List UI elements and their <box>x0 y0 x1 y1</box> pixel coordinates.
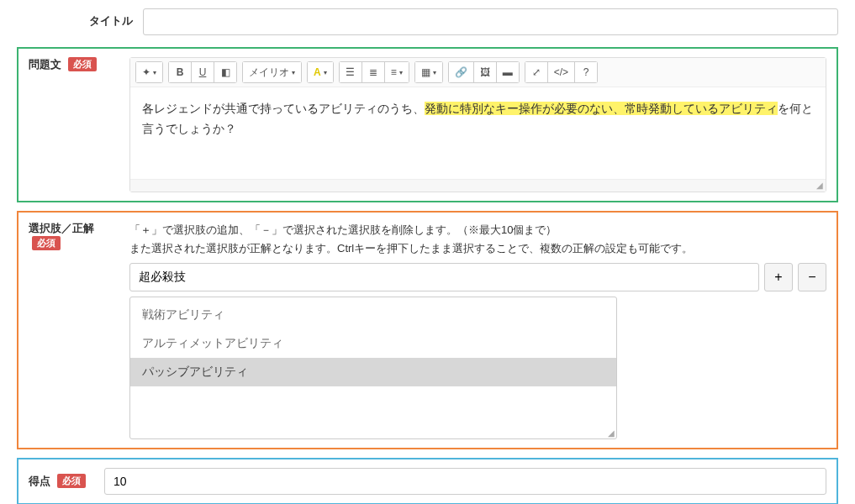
table-icon[interactable]: ▦▾ <box>414 61 443 83</box>
question-label: 問題文 必須 <box>29 57 129 72</box>
list-ul-icon[interactable]: ☰ <box>339 61 362 83</box>
link-icon[interactable]: 🔗 <box>448 61 474 83</box>
video-icon[interactable]: ▬ <box>496 61 520 83</box>
list-item[interactable]: アルティメットアビリティ <box>130 329 616 358</box>
image-icon[interactable]: 🖼 <box>473 61 497 83</box>
add-choice-button[interactable]: + <box>764 263 793 291</box>
eraser-icon[interactable]: ◧ <box>214 61 237 83</box>
score-section: 得点 必須 <box>17 458 838 504</box>
required-badge: 必須 <box>68 57 97 71</box>
text-color-button[interactable]: A▾ <box>307 61 334 83</box>
font-family-dropdown[interactable]: メイリオ▾ <box>242 61 302 83</box>
fullscreen-icon[interactable]: ⤢ <box>525 61 548 83</box>
choices-label: 選択肢／正解 必須 <box>29 221 129 250</box>
underline-button[interactable]: U <box>191 61 214 83</box>
editor-content[interactable]: 各レジェンドが共通で持っているアビリティのうち、発動に特別なキー操作が必要のない… <box>130 87 826 180</box>
magic-icon[interactable]: ✦▾ <box>135 61 163 83</box>
resize-handle-icon[interactable]: ◢ <box>608 428 615 438</box>
required-badge: 必須 <box>32 236 61 250</box>
choice-input[interactable] <box>129 263 759 291</box>
list-item[interactable]: パッシブアビリティ <box>130 358 616 386</box>
required-badge: 必須 <box>57 474 86 488</box>
score-input[interactable] <box>104 468 826 495</box>
bold-button[interactable]: B <box>168 61 192 83</box>
choices-help-2: また選択された選択肢が正解となります。Ctrlキーを押下したまま選択することで、… <box>129 239 826 258</box>
align-icon[interactable]: ≡▾ <box>384 61 409 83</box>
question-section: 問題文 必須 ✦▾ B U ◧ メイリオ▾ <box>17 47 838 202</box>
code-view-icon[interactable]: </> <box>547 61 575 83</box>
list-ol-icon[interactable]: ≣ <box>362 61 385 83</box>
editor-toolbar: ✦▾ B U ◧ メイリオ▾ A▾ ☰ ≣ <box>130 58 826 87</box>
score-label: 得点 必須 <box>29 474 104 489</box>
resize-handle-icon[interactable]: ◢ <box>816 181 823 190</box>
rich-text-editor[interactable]: ✦▾ B U ◧ メイリオ▾ A▾ ☰ ≣ <box>129 57 826 192</box>
remove-choice-button[interactable]: − <box>798 263 826 291</box>
choices-listbox[interactable]: 戦術アビリティアルティメットアビリティパッシブアビリティ◢ <box>129 297 617 439</box>
title-label: タイトル <box>17 8 143 29</box>
choices-help-1: 「＋」で選択肢の追加、「－」で選択された選択肢を削除します。（※最大10個まで） <box>129 221 826 239</box>
help-icon[interactable]: ? <box>574 61 598 83</box>
title-input[interactable] <box>143 8 838 35</box>
choices-section: 選択肢／正解 必須 「＋」で選択肢の追加、「－」で選択された選択肢を削除します。… <box>17 211 838 449</box>
list-item[interactable]: 戦術アビリティ <box>130 301 616 329</box>
